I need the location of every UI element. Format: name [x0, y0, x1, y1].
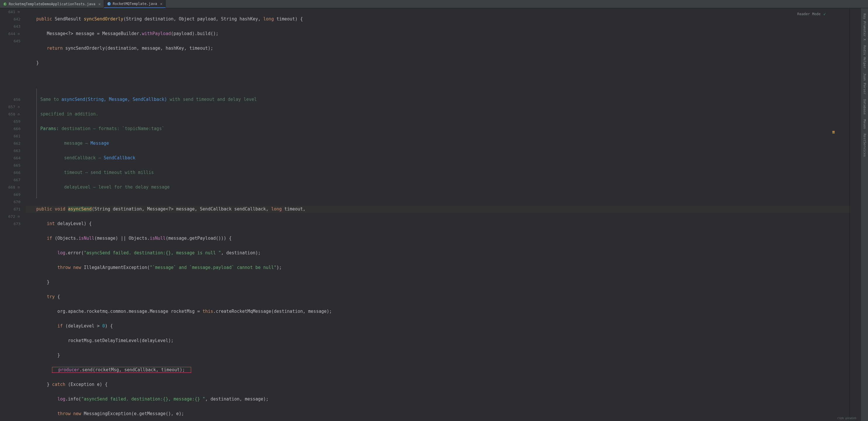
line-number: 673 [14, 220, 21, 228]
code-line: if (Objects.isNull(message) || Objects.i… [26, 235, 849, 242]
sidebar-item-redis-helper[interactable]: Redis Helper [863, 43, 867, 71]
highlighted-code: producer.send(rocketMsg, sendCallback, t… [52, 367, 191, 373]
sidebar-item-rest-services[interactable]: RestServices [863, 131, 867, 159]
code-line: org.apache.rocketmq.common.message.Messa… [26, 308, 849, 315]
code-line: int delayLevel) { [26, 220, 849, 228]
line-number: 657 [8, 103, 15, 111]
code-line: if (delayLevel > 0) { [26, 323, 849, 330]
doc-line: timeout – send timeout with millis [40, 169, 849, 176]
doc-line: Same to asyncSend(String, Message, SendC… [40, 96, 849, 103]
code-line: public SendResult syncSendOrderly(String… [26, 16, 849, 23]
line-number: 660 [14, 125, 21, 132]
line-number: 643 [14, 23, 21, 30]
reader-mode-label: Reader Mode [797, 12, 820, 16]
fold-icon[interactable]: ⊟ [17, 32, 21, 36]
sidebar-item-maven[interactable]: Maven [863, 117, 867, 131]
line-number: 666 [14, 169, 21, 176]
line-number: 663 [14, 147, 21, 154]
warning-marker[interactable] [832, 132, 835, 133]
line-number: 656 [14, 96, 21, 103]
doc-line: specified in addition. [40, 111, 849, 118]
line-number: 641 [8, 8, 15, 16]
editor-tabs: C RocketmqTemplateDemoApplicationTests.j… [0, 0, 868, 8]
line-number: 645 [14, 37, 21, 45]
error-stripe[interactable] [832, 8, 835, 421]
code-line: throw new IllegalArgumentException("`mes… [26, 264, 849, 271]
watermark: CSDN @HGW689 [837, 417, 856, 420]
fold-icon[interactable]: ⊟ [17, 10, 21, 14]
code-line: return syncSendOrderly(destination, mess… [26, 45, 849, 52]
line-gutter[interactable]: 641⊟ 642 643 644⊟ 645 656 657⊟ 658⊟ 659 … [0, 8, 23, 421]
line-number: 644 [8, 30, 15, 37]
svg-text:C: C [4, 3, 5, 5]
code-line: rocketMsg.setDelayTimeLevel(delayLevel); [26, 337, 849, 344]
doc-line: sendCallback – SendCallback [40, 154, 849, 162]
doc-line: delayLevel – level for the delay message [40, 184, 849, 191]
line-number: 661 [14, 132, 21, 140]
line-number: 659 [14, 118, 21, 125]
line-number: 642 [14, 16, 21, 23]
code-line: public void asyncSend(String destination… [26, 206, 849, 213]
code-line: } catch (Exception e) { [26, 381, 849, 388]
tab-label: RocketmqTemplateDemoApplicationTests.jav… [9, 2, 95, 6]
tab-template-file[interactable]: C RocketMQTemplate.java × [104, 0, 166, 8]
tab-label: RocketMQTemplate.java [113, 2, 157, 6]
code-line: } [26, 59, 849, 67]
minimap[interactable] [849, 8, 861, 421]
line-number: 667 [14, 176, 21, 184]
fold-icon[interactable]: ⊟ [17, 186, 21, 189]
code-line: throw new MessagingException(e.getMessag… [26, 410, 849, 418]
line-number: 671 [14, 206, 21, 213]
code-line: try { [26, 293, 849, 301]
line-number: 664 [14, 154, 21, 162]
sidebar-item-json-parser[interactable]: Json Parser [863, 71, 867, 97]
fold-icon[interactable]: ⊟ [17, 113, 21, 116]
java-class-lib-icon: C [107, 2, 111, 6]
code-line: } [26, 352, 849, 359]
code-line: log.info("asyncSend failed. destination:… [26, 396, 849, 403]
code-line: Message<?> message = MessageBuilder.with… [26, 30, 849, 37]
javadoc-block: Same to asyncSend(String, Message, SendC… [36, 89, 849, 198]
close-icon[interactable]: × [160, 1, 162, 6]
code-line: producer.send(rocketMsg, sendCallback, t… [26, 366, 849, 373]
line-number: 669 [14, 191, 21, 198]
code-line: } [26, 279, 849, 286]
code-line [26, 74, 849, 81]
check-icon[interactable]: ✓ [824, 12, 826, 17]
code-line: log.error("asyncSend failed. destination… [26, 249, 849, 257]
code-content[interactable]: public SendResult syncSendOrderly(String… [23, 8, 849, 421]
fold-icon[interactable]: ⊟ [17, 105, 21, 109]
reader-mode-indicator[interactable]: Reader Mode ✓ [797, 12, 826, 17]
java-class-icon: C [3, 2, 7, 6]
line-number: 658 [8, 111, 15, 118]
line-number: 665 [14, 162, 21, 169]
warning-marker[interactable] [832, 131, 835, 132]
svg-text:C: C [108, 2, 110, 5]
doc-line: Params: destination – formats: `topicNam… [40, 125, 849, 132]
editor: 641⊟ 642 643 644⊟ 645 656 657⊟ 658⊟ 659 … [0, 8, 868, 421]
tool-window-bar: Key Promoter X Redis Helper Json Parser … [861, 8, 868, 421]
line-number: 670 [14, 198, 21, 206]
sidebar-item-key-promoter[interactable]: Key Promoter X [863, 11, 867, 43]
line-number: 662 [14, 140, 21, 147]
tab-tests-file[interactable]: C RocketmqTemplateDemoApplicationTests.j… [0, 0, 104, 8]
sidebar-item-database[interactable]: Database [863, 97, 867, 117]
line-number: 668 [8, 184, 15, 191]
line-number: 672 [8, 213, 15, 220]
code-viewport[interactable]: Reader Mode ✓ public SendResult syncSend… [23, 8, 849, 421]
close-icon[interactable]: × [98, 2, 100, 6]
doc-line: message – Message [40, 140, 849, 147]
fold-icon[interactable]: ⊟ [17, 215, 21, 218]
